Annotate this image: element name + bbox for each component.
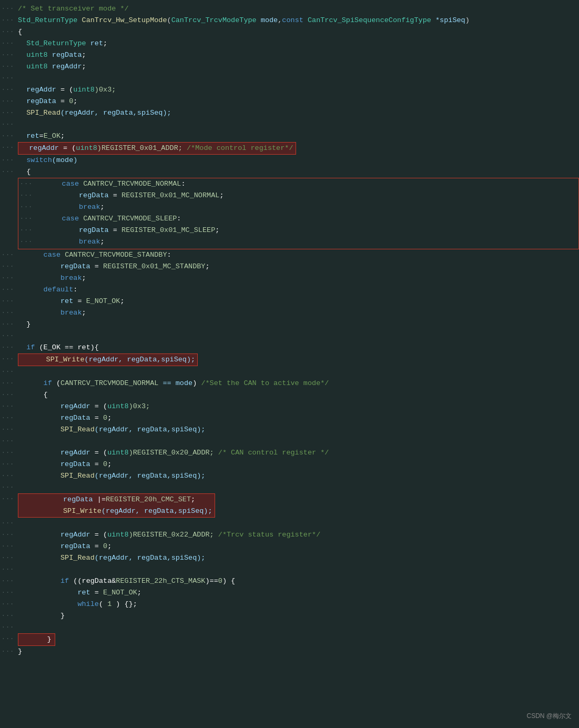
line-dots: ··· [0,541,16,552]
code-line: ··· SPI_Write(regAddr, regData,spiSeq); [0,353,579,366]
code-token: /*Mode control register*/ [187,144,293,152]
code-token: regData [52,51,82,59]
code-line: ··· [0,436,579,447]
line-dots: ··· [0,599,16,610]
line-dots: ··· [0,622,16,633]
code-token: Std_ReturnType [18,39,90,47]
line-dots: ··· [0,96,16,107]
code-token: = ( [95,402,107,410]
line-dots: ··· [0,493,16,505]
code-token: ; [107,414,111,422]
line-dots: ··· [0,107,16,119]
code-token: regData [18,542,95,550]
code-line: ··· [0,330,579,342]
code-token: )REGISTER_0x22_ADDR; [129,531,218,539]
code-line: ··· [0,564,579,575]
code-token: = [95,460,103,468]
code-token: regAddr [18,449,95,457]
code-token: = [95,589,103,596]
code-token: CanTrcv_SpiSequenceConfigType [308,16,435,24]
code-line: ··· { [0,389,579,401]
code-token: { [18,168,31,176]
code-token: ret [18,132,39,140]
code-line: ··· if (E_OK == ret){ [0,342,579,353]
code-token: uint8 [73,86,95,94]
code-line: ··· regData = 0; [0,412,579,424]
code-token: = [113,191,121,199]
code-line: ··· regAddr = (uint8)REGISTER_0x22_ADDR;… [0,529,579,541]
code-token: regData [36,226,113,234]
code-token: : [167,251,171,259]
code-line: ···/* Set transceiver mode */ [0,3,579,15]
code-token: == mode [162,379,192,387]
line-content: { [16,166,579,178]
code-token: switch [18,156,52,164]
code-line: ··· regData = REGISTER_0x01_MC_NORMAL; [18,190,578,201]
line-dots: ··· [0,459,16,470]
code-token: (regAddr, regData,spiSeq); [101,507,212,515]
code-token: )REGISTER_0x20_ADDR; [129,449,218,457]
line-content: { [16,389,579,401]
code-token: regData [21,496,97,503]
line-dots: ··· [0,447,16,459]
line-dots: ··· [18,201,34,213]
line-dots: ··· [0,412,16,424]
code-token: mode [261,16,278,24]
code-line: ···} [0,646,579,658]
code-line: ··· while( 1 ) {}; [0,599,579,610]
code-line: ··· SPI_Read(regAddr, regData,spiSeq); [0,424,579,436]
code-token: E_NOT_OK [86,297,120,305]
code-line: ··· regAddr = (uint8)REGISTER_0x01_ADDR;… [0,142,579,155]
code-token: } [18,648,22,655]
line-content: Std_ReturnType CanTrcv_Hw_SetupMode(CanT… [16,15,579,26]
code-token: REGISTER_0x01_MC_STANDBY [103,262,205,270]
code-token: break [18,309,82,317]
code-token: /*Set the CAN to active mode*/ [201,379,329,387]
line-dots: ··· [0,610,16,622]
code-line: ··· case CANTRCV_TRCVMODE_STANDBY: [0,249,579,261]
line-dots: ··· [0,342,16,353]
code-line: ··· break; [0,307,579,319]
code-token: /* Set transceiver mode */ [18,5,129,13]
line-content: if (CANTRCV_TRCVMODE_NORMAL == mode) /*S… [16,378,579,389]
code-token: = [95,542,103,550]
code-line: ··· regAddr = (uint8)0x3; [0,84,579,96]
code-token: uint8 [18,51,52,59]
line-content: ret = E_NOT_OK; [16,296,579,307]
line-dots: ··· [0,249,16,261]
line-content: regData |=REGISTER_20h_CMC_SET; SPI_Writ… [16,493,579,518]
code-token: = [95,414,103,422]
code-token: = ( [95,449,107,457]
code-token: Std_ReturnType [18,16,82,24]
code-token: : [177,215,181,223]
line-content: SPI_Write(regAddr, regData,spiSeq); [16,353,579,366]
code-line: ··· ret=E_OK; [0,130,579,142]
code-token: const [282,16,308,24]
code-token: default [18,286,73,294]
line-dots: ··· [0,15,16,26]
code-token: regData [18,97,60,105]
line-content: regAddr = (uint8)REGISTER_0x22_ADDR; /*T… [16,529,579,541]
line-dots: ··· [0,3,16,15]
code-line: ··· [0,366,579,378]
code-line: ··· switch(mode) [0,155,579,166]
line-content: { [16,26,579,38]
code-token: |= [97,496,106,503]
code-token: (regAddr, regData,spiSeq); [95,472,206,480]
line-content: regAddr = (uint8)REGISTER_0x20_ADDR; /* … [16,447,579,459]
code-token: = [39,132,44,140]
code-token: ) { [222,577,235,585]
code-token: regAddr [18,86,60,94]
line-content: } [16,319,579,330]
code-token: CANTRCV_TRCVMODE_NORMAL [60,379,162,387]
code-token: uint8 [107,449,129,457]
code-token: ; [100,238,105,246]
code-line: ··· { [0,166,579,178]
line-content: SPI_Read(regAddr, regData,spiSeq); [16,107,579,119]
code-token: ; [73,97,77,105]
code-line: ··· [0,73,579,84]
code-token: regAddr [18,402,95,410]
code-token: case [36,180,83,188]
code-token: { [18,28,22,36]
code-token: = ( [95,531,107,539]
